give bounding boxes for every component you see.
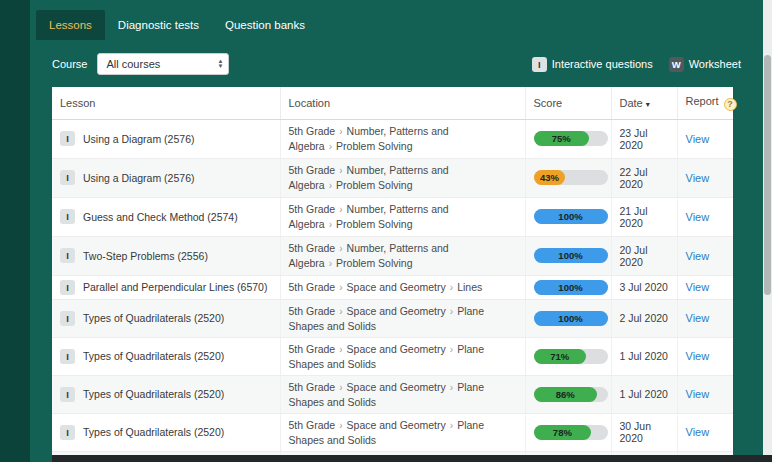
location-crumb: 5th Grade [289, 125, 336, 137]
legend-label: Worksheet [689, 58, 741, 70]
score-cell: 100% [525, 236, 611, 275]
lesson-cell: ITypes of Quadrilaterals (2520) [52, 413, 280, 451]
chevron-separator-icon: › [339, 382, 342, 393]
lesson-name: Types of Quadrilaterals (2520) [83, 350, 224, 362]
tab-lessons[interactable]: Lessons [36, 10, 105, 40]
chevron-separator-icon: › [339, 126, 342, 137]
interactive-badge-icon: I [60, 425, 75, 440]
chevron-separator-icon: › [329, 219, 332, 230]
table-row: ITypes of Quadrilaterals (2520)5th Grade… [52, 337, 733, 375]
view-report-link[interactable]: View [686, 211, 710, 223]
vertical-scrollbar[interactable] [763, 0, 772, 462]
date-cell: 22 Jul 2020 [611, 158, 677, 197]
view-report-link[interactable]: View [686, 312, 710, 324]
interactive-badge-icon: I [60, 209, 75, 224]
score-bar: 100% [534, 311, 608, 326]
score-bar: 100% [534, 248, 608, 263]
lesson-name: Using a Diagram (2576) [83, 172, 194, 184]
location-crumb: 5th Grade [289, 164, 336, 176]
location-crumb: Problem Solving [336, 179, 412, 191]
help-icon[interactable]: ? [724, 98, 737, 111]
location-crumb: 5th Grade [289, 305, 336, 317]
location-crumb: 5th Grade [289, 381, 336, 393]
table-row: ITypes of Quadrilaterals (2520)5th Grade… [52, 413, 733, 451]
interactive-icon: I [532, 57, 547, 72]
course-label: Course [52, 58, 87, 70]
date-cell: 3 Jul 2020 [611, 275, 677, 299]
location-crumb: 5th Grade [289, 419, 336, 431]
chevron-separator-icon: › [339, 344, 342, 355]
score-cell: 71% [525, 337, 611, 375]
tab-question-banks[interactable]: Question banks [212, 10, 318, 40]
score-fill: 100% [534, 280, 608, 295]
column-header-lesson: Lesson [52, 87, 280, 119]
chevron-separator-icon: › [329, 180, 332, 191]
score-fill: 43% [534, 170, 566, 185]
view-report-link[interactable]: View [686, 426, 710, 438]
view-report-link[interactable]: View [686, 250, 710, 262]
score-fill: 78% [534, 425, 592, 440]
table-header-row: Lesson Location Score Date▾ Report? [52, 87, 733, 119]
view-report-link[interactable]: View [686, 133, 710, 145]
column-label: Date [620, 97, 643, 109]
view-report-link[interactable]: View [686, 350, 710, 362]
chevron-separator-icon: › [450, 306, 453, 317]
location-cell: 5th Grade›Space and Geometry›Plane Shape… [280, 337, 525, 375]
chevron-separator-icon: › [450, 420, 453, 431]
view-report-link[interactable]: View [686, 388, 710, 400]
chevron-separator-icon: › [450, 282, 453, 293]
filter-row: Course All courses ▲▼ IInteractive quest… [52, 53, 741, 75]
legend: IInteractive questionsWWorksheet [516, 57, 741, 72]
course-select-value: All courses [106, 58, 160, 70]
chevron-separator-icon: › [339, 243, 342, 254]
tab-diagnostic-tests[interactable]: Diagnostic tests [105, 10, 212, 40]
view-report-link[interactable]: View [686, 172, 710, 184]
score-bar: 100% [534, 209, 608, 224]
report-cell: View [677, 236, 733, 275]
lesson-cell: IParallel and Perpendicular Lines (6570) [52, 275, 280, 299]
date-cell: 30 Jun 2020 [611, 413, 677, 451]
location-crumb: Problem Solving [336, 257, 412, 269]
score-fill: 100% [534, 248, 608, 263]
lesson-cell: IUsing a Diagram (2576) [52, 119, 280, 158]
location-crumb: Space and Geometry [347, 419, 446, 431]
lesson-inner: IParallel and Perpendicular Lines (6570) [60, 280, 272, 295]
location-crumb: 5th Grade [289, 203, 336, 215]
location-cell: 5th Grade›Space and Geometry›Plane Shape… [280, 375, 525, 413]
location-cell: 5th Grade›Space and Geometry›Plane Shape… [280, 299, 525, 337]
table-row: IUsing a Diagram (2576)5th Grade›Number,… [52, 158, 733, 197]
location-crumb: Problem Solving [336, 140, 412, 152]
lesson-cell: ITypes of Quadrilaterals (2520) [52, 337, 280, 375]
view-report-link[interactable]: View [686, 281, 710, 293]
location-crumb: 5th Grade [289, 242, 336, 254]
location-cell: 5th Grade›Number, Patterns and Algebra›P… [280, 197, 525, 236]
page: LessonsDiagnostic testsQuestion banks Co… [0, 0, 772, 462]
score-cell: 100% [525, 197, 611, 236]
lesson-cell: ITwo-Step Problems (2556) [52, 236, 280, 275]
scrollbar-thumb[interactable] [764, 55, 771, 295]
tab-bar: LessonsDiagnostic testsQuestion banks [36, 10, 763, 40]
chevron-separator-icon: › [339, 165, 342, 176]
chevron-separator-icon: › [329, 141, 332, 152]
date-cell: 21 Jul 2020 [611, 197, 677, 236]
table-row: IParallel and Perpendicular Lines (6570)… [52, 275, 733, 299]
left-sidebar-strip [0, 0, 30, 462]
lesson-cell: ITypes of Quadrilaterals (2520) [52, 375, 280, 413]
interactive-badge-icon: I [60, 280, 75, 295]
column-header-location: Location [280, 87, 525, 119]
chevron-separator-icon: › [339, 420, 342, 431]
course-select[interactable]: All courses ▲▼ [97, 53, 229, 75]
column-label: Lesson [60, 97, 95, 109]
date-cell: 23 Jul 2020 [611, 119, 677, 158]
report-cell: View [677, 197, 733, 236]
bottom-edge-bar [52, 455, 772, 462]
location-cell: 5th Grade›Number, Patterns and Algebra›P… [280, 236, 525, 275]
column-header-score: Score [525, 87, 611, 119]
column-header-date[interactable]: Date▾ [611, 87, 677, 119]
interactive-badge-icon: I [60, 170, 75, 185]
location-cell: 5th Grade›Number, Patterns and Algebra›P… [280, 158, 525, 197]
chevron-separator-icon: › [450, 382, 453, 393]
score-fill: 100% [534, 209, 608, 224]
lesson-cell: IGuess and Check Method (2574) [52, 197, 280, 236]
lesson-inner: ITwo-Step Problems (2556) [60, 248, 272, 263]
